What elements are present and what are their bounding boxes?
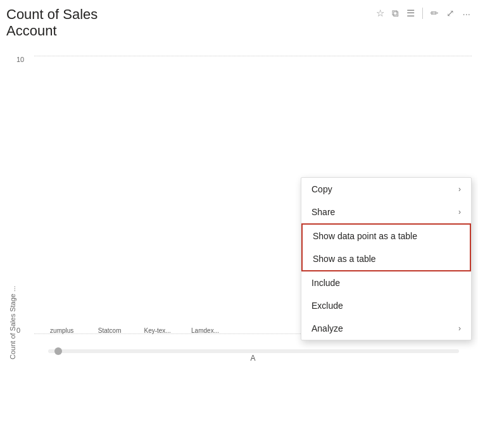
- bar-label: Key-tex...: [144, 327, 170, 334]
- bar-item[interactable]: zumplus: [41, 325, 83, 334]
- chevron-right-icon: ›: [458, 208, 461, 216]
- scrollbar-thumb[interactable]: [54, 347, 62, 355]
- x-axis-label: A: [34, 354, 472, 363]
- menu-item-label: Show data point as a table: [313, 231, 460, 241]
- menu-item-label: Copy: [311, 184, 458, 194]
- bar-item[interactable]: Key-tex...: [136, 325, 179, 334]
- filter-icon[interactable]: ☰: [405, 6, 416, 20]
- expand-icon[interactable]: ⤢: [445, 6, 456, 20]
- menu-item-copy[interactable]: Copy›: [301, 178, 471, 201]
- chevron-right-icon: ›: [458, 185, 461, 194]
- copy-icon[interactable]: ⧉: [391, 6, 400, 20]
- toolbar-divider: [422, 8, 423, 19]
- menu-item-label: Show as a table: [313, 254, 460, 264]
- chart-title: Count of Sales: [6, 6, 97, 23]
- header-row: Count of Sales Account ☆ ⧉ ☰ ✏ ⤢ ···: [6, 6, 472, 40]
- menu-item-label: Include: [311, 278, 461, 288]
- context-menu: Copy›Share›Show data point as a tableSho…: [301, 177, 472, 340]
- bar-label: Lamdex...: [191, 327, 219, 334]
- edit-icon[interactable]: ✏: [429, 6, 440, 20]
- highlighted-menu-group: Show data point as a tableShow as a tabl…: [301, 223, 471, 271]
- chevron-right-icon: ›: [458, 324, 461, 333]
- title-block: Count of Sales Account: [6, 6, 97, 40]
- menu-item-show-as-a-table[interactable]: Show as a table: [303, 247, 470, 270]
- menu-item-share[interactable]: Share›: [301, 201, 471, 223]
- bar-label: Statcom: [98, 327, 122, 334]
- menu-item-analyze[interactable]: Analyze›: [301, 317, 471, 340]
- menu-item-label: Share: [311, 207, 458, 217]
- y-tick-top: 10: [16, 56, 34, 63]
- chart-subtitle: Account: [6, 23, 97, 39]
- menu-item-include[interactable]: Include: [301, 271, 471, 294]
- toolbar-icons: ☆ ⧉ ☰ ✏ ⤢ ···: [375, 6, 472, 20]
- menu-item-label: Analyze: [311, 323, 458, 333]
- bar-item[interactable]: [232, 332, 274, 334]
- y-axis-label: Count of Sales Stage ...: [6, 43, 16, 372]
- bar-item[interactable]: Lamdex...: [184, 325, 226, 334]
- chart-container: Count of Sales Account ☆ ⧉ ☰ ✏ ⤢ ··· Cou…: [0, 0, 478, 448]
- menu-item-exclude[interactable]: Exclude: [301, 294, 471, 317]
- more-icon[interactable]: ···: [461, 7, 472, 20]
- scrollbar-track[interactable]: [48, 349, 459, 353]
- menu-item-show-data-point-as-a-table[interactable]: Show data point as a table: [303, 225, 470, 247]
- star-icon[interactable]: ☆: [375, 6, 386, 20]
- bar-item[interactable]: Statcom: [88, 325, 130, 334]
- y-axis-ticks: 10 0: [16, 56, 34, 334]
- bar-label: zumplus: [50, 327, 73, 334]
- menu-item-label: Exclude: [311, 301, 461, 311]
- y-tick-bottom: 0: [16, 327, 34, 334]
